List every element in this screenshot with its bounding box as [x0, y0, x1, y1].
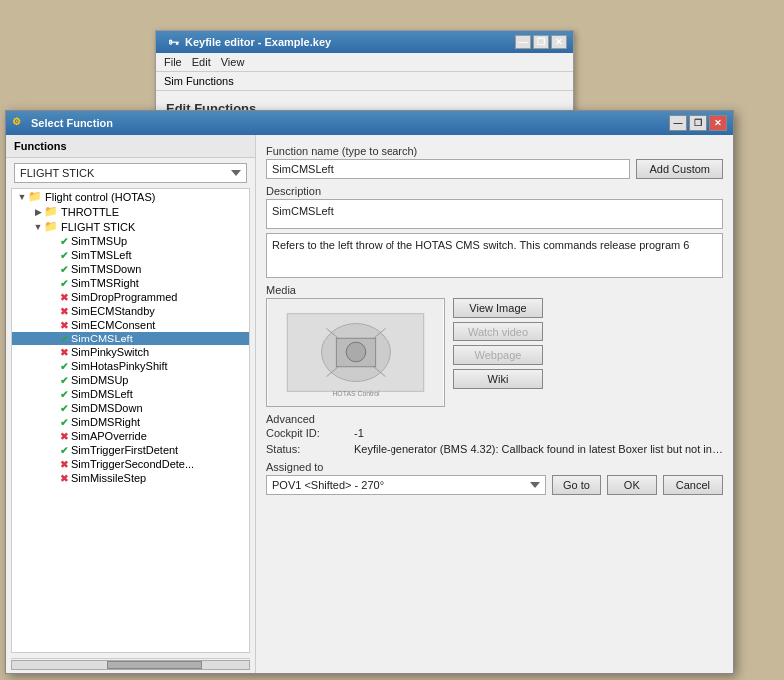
tree-item-13[interactable]: ✔ SimDMSUp [12, 373, 249, 387]
tree-label: SimDMSRight [71, 416, 140, 428]
tree-item-9[interactable]: ✖ SimECMConsent [12, 318, 249, 332]
dialog-minimize-button[interactable]: — [669, 115, 687, 131]
check-icon: ✔ [60, 417, 68, 428]
menu-view[interactable]: View [221, 56, 245, 68]
tree-label: SimHotasPinkyShift [71, 360, 168, 372]
flight-stick-dropdown[interactable]: THROTTLE FLIGHT STICK [14, 163, 247, 183]
tree-item-8[interactable]: ✖ SimECMStandby [12, 304, 249, 318]
tree-item-3[interactable]: ✔ SimTMSUp [12, 234, 249, 248]
goto-button[interactable]: Go to [552, 475, 601, 495]
check-icon: ✔ [60, 389, 68, 400]
tree-item-2[interactable]: ▼ 📁 FLIGHT STICK [12, 219, 249, 234]
wiki-button[interactable]: Wiki [453, 369, 543, 389]
cross-icon: ✖ [60, 347, 68, 358]
cancel-button[interactable]: Cancel [663, 475, 723, 495]
left-panel: Functions THROTTLE FLIGHT STICK ▼ 📁 Flig… [6, 135, 256, 673]
media-image-svg: HOTAS Control [267, 299, 444, 406]
media-section: HOTAS Control View Image Watch video Web… [266, 298, 723, 407]
tree-item-6[interactable]: ✔ SimTMSRight [12, 276, 249, 290]
tree-label: FLIGHT STICK [61, 221, 135, 233]
media-label: Media [266, 284, 723, 296]
dialog-titlebar: ⚙ Select Function — ❐ ✕ [6, 111, 733, 135]
keyfile-controls[interactable]: — ❐ ✕ [515, 35, 567, 49]
cross-icon: ✖ [60, 292, 68, 303]
expand-icon: ▼ [16, 192, 28, 202]
tree-item-20[interactable]: ✖ SimMissileStep [12, 471, 249, 485]
tree-item-1[interactable]: ▶ 📁 THROTTLE [12, 204, 249, 219]
cockpit-id-label: Cockpit ID: [266, 427, 346, 439]
keyfile-icon: 🗝 [162, 31, 185, 53]
view-image-button[interactable]: View Image [453, 298, 543, 318]
cross-icon: ✖ [60, 320, 68, 331]
advanced-section: Advanced Cockpit ID: -1 Status: Keyfile-… [266, 413, 723, 455]
horizontal-scrollbar[interactable] [11, 658, 250, 670]
keyfile-restore-button[interactable]: ❐ [533, 35, 549, 49]
function-tree[interactable]: ▼ 📁 Flight control (HOTAS) ▶ 📁 THROTTLE … [11, 188, 250, 653]
dialog-window-controls[interactable]: — ❐ ✕ [669, 115, 727, 131]
expand-icon: ▼ [32, 222, 44, 232]
webpage-button[interactable]: Webpage [453, 345, 543, 365]
check-icon: ✔ [60, 236, 68, 247]
dialog-close-button[interactable]: ✕ [709, 115, 727, 131]
keyfile-minimize-button[interactable]: — [515, 35, 531, 49]
tree-label: SimCMSLeft [71, 333, 133, 344]
tree-item-16[interactable]: ✔ SimDMSRight [12, 415, 249, 429]
description-long-box: Refers to the left throw of the HOTAS CM… [266, 233, 723, 278]
tree-item-14[interactable]: ✔ SimDMSLeft [12, 387, 249, 401]
scrollbar-track[interactable] [11, 660, 250, 670]
tree-item-4[interactable]: ✔ SimTMSLeft [12, 248, 249, 262]
media-section-container: Media HOTAS Control [266, 284, 723, 407]
tree-label: SimTMSUp [71, 235, 127, 247]
tree-item-11[interactable]: ✖ SimPinkySwitch [12, 345, 249, 359]
tree-item-15[interactable]: ✔ SimDMSDown [12, 401, 249, 415]
keyfile-menubar: File Edit View [156, 53, 573, 72]
dialog-icon: ⚙ [12, 116, 26, 130]
submenu-sim-functions[interactable]: Sim Functions [164, 75, 234, 87]
cockpit-id-value: -1 [354, 427, 364, 439]
tree-label: SimECMConsent [71, 319, 155, 331]
tree-label: SimDMSUp [71, 374, 128, 386]
dialog-body: Functions THROTTLE FLIGHT STICK ▼ 📁 Flig… [6, 135, 733, 673]
expand-icon: ▶ [32, 207, 44, 217]
check-icon: ✔ [60, 361, 68, 372]
tree-label: SimTMSLeft [71, 249, 132, 261]
tree-item-19[interactable]: ✖ SimTriggerSecondDete... [12, 457, 249, 471]
watch-video-button[interactable]: Watch video [453, 322, 543, 341]
check-icon: ✔ [60, 334, 68, 344]
svg-point-6 [346, 342, 366, 362]
keyfile-close-button[interactable]: ✕ [551, 35, 567, 49]
menu-edit[interactable]: Edit [192, 56, 211, 68]
description-section: Description SimCMSLeft Refers to the lef… [266, 185, 723, 278]
folder-icon: 📁 [44, 220, 58, 233]
ok-button[interactable]: OK [607, 475, 657, 495]
check-icon: ✔ [60, 445, 68, 456]
tree-item-12[interactable]: ✔ SimHotasPinkyShift [12, 359, 249, 373]
function-name-row: Add Custom [266, 159, 723, 179]
cross-icon: ✖ [60, 473, 68, 484]
tree-item-10[interactable]: ✔ SimCMSLeft [12, 332, 249, 345]
description-label: Description [266, 185, 723, 197]
tree-item-5[interactable]: ✔ SimTMSDown [12, 262, 249, 276]
status-label: Status: [266, 443, 346, 455]
tree-label: SimTMSRight [71, 277, 139, 289]
assigned-row: POV1 <Shifted> - 270° None Go to OK Canc… [266, 475, 723, 495]
add-custom-button[interactable]: Add Custom [636, 159, 723, 179]
tree-item-7[interactable]: ✖ SimDropProgrammed [12, 290, 249, 304]
tree-label: THROTTLE [61, 206, 119, 218]
status-value: Keyfile-generator (BMS 4.32): Callback f… [354, 443, 723, 455]
assigned-dropdown[interactable]: POV1 <Shifted> - 270° None [266, 475, 546, 495]
description-short-box: SimCMSLeft [266, 199, 723, 229]
check-icon: ✔ [60, 403, 68, 414]
tree-label: SimDMSDown [71, 402, 143, 414]
menu-file[interactable]: File [164, 56, 182, 68]
tree-item-0[interactable]: ▼ 📁 Flight control (HOTAS) [12, 189, 249, 204]
scrollbar-thumb[interactable] [107, 661, 202, 669]
tree-item-17[interactable]: ✖ SimAPOverride [12, 429, 249, 443]
keyfile-editor-titlebar: 🗝 Keyfile editor - Example.key — ❐ ✕ [156, 31, 573, 53]
cockpit-id-row: Cockpit ID: -1 [266, 427, 723, 439]
dialog-restore-button[interactable]: ❐ [689, 115, 707, 131]
function-name-input[interactable] [266, 159, 630, 179]
folder-icon: 📁 [44, 205, 58, 218]
cross-icon: ✖ [60, 431, 68, 442]
tree-item-18[interactable]: ✔ SimTriggerFirstDetent [12, 443, 249, 457]
